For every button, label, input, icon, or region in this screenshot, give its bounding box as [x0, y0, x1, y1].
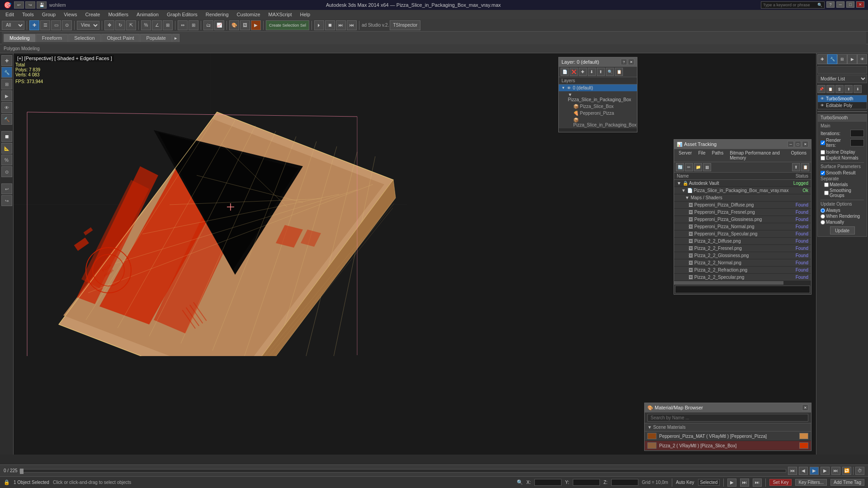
- iterations-input[interactable]: 0: [850, 130, 864, 137]
- search-icon[interactable]: 🔍: [817, 3, 822, 7]
- anim-next-btn[interactable]: ⏭: [831, 467, 840, 475]
- layer-item-pkg-box[interactable]: 📦 Pizza_Slice_in_Packaging_Box: [559, 117, 637, 128]
- anim-slider-track[interactable]: [19, 469, 786, 473]
- manually-radio[interactable]: [821, 220, 825, 225]
- smooth-result-checkbox[interactable]: [821, 171, 825, 175]
- layer-item-slice-box[interactable]: 📦 Pizza_Slice_Box: [559, 103, 637, 110]
- menu-edit[interactable]: Edit: [2, 11, 18, 18]
- status-end-btn[interactable]: ⏭: [753, 479, 762, 487]
- status-y-input[interactable]: [573, 479, 600, 486]
- mod-eye-icon-2[interactable]: 👁: [821, 103, 824, 108]
- material-editor-btn[interactable]: 🎨: [229, 20, 239, 30]
- tab-freeform[interactable]: Freeform: [36, 34, 68, 42]
- close-button[interactable]: ✕: [856, 1, 864, 8]
- status-time-tag-btn[interactable]: Add Time Tag: [830, 479, 864, 486]
- tab-modeling[interactable]: Modeling: [4, 34, 36, 42]
- status-key-filters-btn[interactable]: Key Filters...: [795, 479, 827, 486]
- render-iters-checkbox[interactable]: [821, 141, 825, 145]
- view-dropdown[interactable]: View: [77, 21, 99, 30]
- minimize-button[interactable]: ─: [836, 1, 844, 8]
- layer-dialog-title[interactable]: Layer: 0 (default) ? ✕: [559, 57, 637, 67]
- menu-animation[interactable]: Animation: [133, 11, 162, 18]
- angle-snap-btn[interactable]: ∠: [152, 20, 162, 30]
- turbosmooth-rollout-header[interactable]: TurboSmooth: [818, 114, 867, 122]
- play-animation-btn[interactable]: ⏵: [314, 20, 324, 30]
- maximize-button[interactable]: □: [846, 1, 854, 8]
- redo-scene-btn[interactable]: ↪: [1, 195, 12, 206]
- prev-frame-btn[interactable]: ⏮: [347, 20, 357, 30]
- panel-tab-hierarchy[interactable]: ⊞: [837, 54, 847, 64]
- mirror-btn[interactable]: ⇔: [178, 20, 188, 30]
- select-object-btn[interactable]: ✚: [29, 20, 39, 30]
- asset-item-pizza-specular[interactable]: 🖼 Pizza_2_2_Specular.png Found: [674, 274, 811, 281]
- layer-btn-1[interactable]: 📄: [561, 68, 569, 76]
- stop-animation-btn[interactable]: ⏹: [325, 20, 335, 30]
- motion-icon[interactable]: ▶: [1, 90, 12, 101]
- panel-tab-motion[interactable]: ▶: [847, 54, 857, 64]
- layer-item-pepperoni[interactable]: 🍕 Pepperoni_Pizza: [559, 110, 637, 117]
- undo-scene-btn[interactable]: ↩: [1, 183, 12, 194]
- layer-btn-5[interactable]: ⬆: [597, 68, 605, 76]
- status-next-btn[interactable]: ⏭: [740, 479, 749, 487]
- asset-item-pepperoni-fresnel[interactable]: 🖼 Pepperoni_Pizza_Fresnel.png Found: [674, 209, 811, 216]
- layer-visibility-icon[interactable]: 👁: [567, 86, 571, 90]
- layer-help-btn[interactable]: ?: [621, 59, 627, 65]
- at-btn-folder[interactable]: 📁: [694, 163, 702, 171]
- percent-snap-icon[interactable]: %: [1, 155, 12, 165]
- layer-manager-btn[interactable]: 🗂: [203, 20, 213, 30]
- status-play-btn[interactable]: ▶: [727, 479, 736, 487]
- anim-slider-thumb[interactable]: [20, 469, 24, 474]
- utilities-icon[interactable]: 🔨: [1, 114, 12, 125]
- asset-minimize-btn[interactable]: ─: [788, 141, 794, 147]
- asset-item-pepperoni-glossiness[interactable]: 🖼 Pepperoni_Pizza_Glossiness.png Found: [674, 216, 811, 223]
- menu-customize[interactable]: Customize: [233, 11, 264, 18]
- tab-selection[interactable]: Selection: [68, 34, 100, 42]
- asset-item-pizza-glossiness[interactable]: 🖼 Pizza_2_2_Glossiness.png Found: [674, 252, 811, 259]
- asset-scrollbar[interactable]: [674, 281, 811, 285]
- redo-icon[interactable]: ↪: [25, 1, 35, 9]
- mod-stack-btn-3[interactable]: 🗑: [835, 85, 844, 93]
- percent-snap-btn[interactable]: %: [141, 20, 151, 30]
- menu-create[interactable]: Create: [81, 11, 104, 18]
- status-x-input[interactable]: [534, 479, 561, 486]
- angle-snap-icon[interactable]: 📐: [1, 143, 12, 154]
- layer-btn-7[interactable]: 📋: [615, 68, 623, 76]
- mat-search-input[interactable]: [647, 414, 808, 422]
- select-by-name-btn[interactable]: ☰: [40, 20, 50, 30]
- layer-scrollbar[interactable]: [559, 128, 637, 132]
- panel-tab-display[interactable]: 👁: [857, 54, 867, 64]
- help-icon[interactable]: ?: [826, 1, 835, 8]
- asset-scroll-thumb[interactable]: [674, 281, 783, 285]
- status-z-input[interactable]: [611, 479, 638, 486]
- tab-populate[interactable]: Populate: [140, 34, 171, 42]
- layer-btn-6[interactable]: 🔍: [606, 68, 614, 76]
- at-btn-refresh[interactable]: 🔄: [676, 163, 684, 171]
- at-btn-extra1[interactable]: ⬆: [792, 163, 800, 171]
- hierarchy-icon[interactable]: ⊞: [1, 79, 12, 89]
- asset-item-maxfile[interactable]: ▼ 📄 Pizza_Slice_in_Packaging_Box_max_vra…: [674, 187, 811, 194]
- asset-item-pepperoni-normal[interactable]: 🖼 Pepperoni_Pizza_Normal.png Found: [674, 223, 811, 230]
- create-selection-btn[interactable]: Create Selection Sel: [266, 20, 309, 30]
- modifier-editable-poly[interactable]: 👁 Editable Poly: [818, 102, 867, 109]
- menu-group[interactable]: Group: [38, 11, 60, 18]
- menu-views[interactable]: Views: [60, 11, 80, 18]
- at-menu-server[interactable]: Server: [676, 150, 694, 161]
- smoothing-groups-checkbox[interactable]: [824, 191, 829, 195]
- rect-select-btn[interactable]: ▭: [51, 20, 61, 30]
- rotate-btn[interactable]: ↻: [115, 20, 125, 30]
- menu-graph-editors[interactable]: Graph Editors: [163, 11, 201, 18]
- menu-help[interactable]: Help: [297, 11, 314, 18]
- asset-item-pizza-diffuse[interactable]: 🖼 Pizza_2_2_Diffuse.png Found: [674, 238, 811, 245]
- mat-close-btn[interactable]: ✕: [802, 404, 808, 411]
- render-setup-btn[interactable]: 🖼: [240, 20, 250, 30]
- modifier-turbosmooth[interactable]: 👁 TurboSmooth: [818, 95, 867, 102]
- undo-icon[interactable]: ↩: [14, 1, 24, 9]
- tab-extra-btn[interactable]: ▸: [172, 34, 179, 42]
- at-btn-edit[interactable]: ✏: [685, 163, 693, 171]
- asset-close-btn[interactable]: ✕: [802, 141, 808, 147]
- update-button[interactable]: Update: [830, 226, 855, 235]
- status-lock-icon[interactable]: 🔒: [4, 479, 10, 485]
- render-btn[interactable]: ▶: [251, 20, 261, 30]
- curve-editor-btn[interactable]: 📈: [214, 20, 224, 30]
- create-icon[interactable]: ✚: [1, 55, 12, 66]
